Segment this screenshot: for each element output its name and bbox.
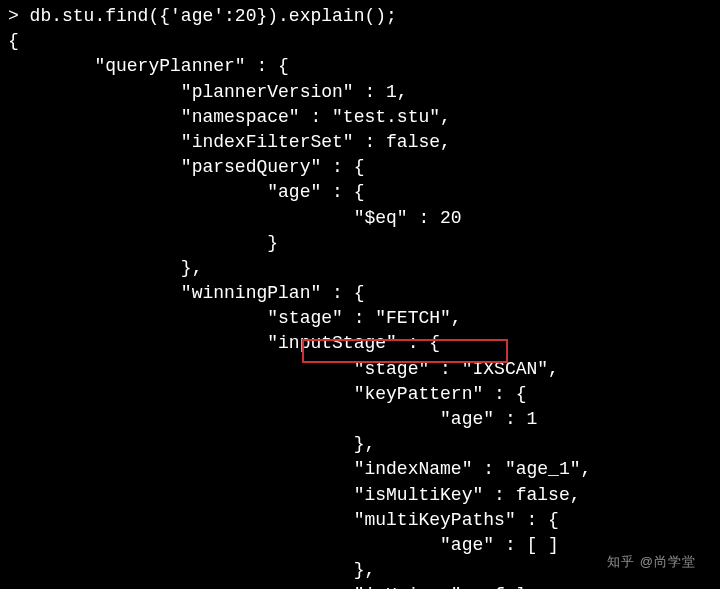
output-line: "$eq" : 20 [8,208,462,228]
output-line: }, [8,434,375,454]
output-line: }, [8,258,202,278]
terminal-output: > db.stu.find({'age':20}).explain(); { "… [8,4,712,589]
output-line: "age" : { [8,182,364,202]
output-line: "isMultiKey" : false, [8,485,581,505]
output-line: "age" : [ ] [8,535,559,555]
watermark: 知乎 @尚学堂 [607,553,696,571]
output-line: "plannerVersion" : 1, [8,82,408,102]
output-line: "namespace" : "test.stu", [8,107,451,127]
output-line: "parsedQuery" : { [8,157,364,177]
output-line: "isUnique" : false, [8,585,559,589]
output-line: "indexFilterSet" : false, [8,132,451,152]
output-line: "queryPlanner" : { [8,56,289,76]
output-line: } [8,233,278,253]
output-line: "age" : 1 [8,409,537,429]
output-line: "indexName" : "age_1", [8,459,591,479]
output-line: }, [8,560,375,580]
command-line: > db.stu.find({'age':20}).explain(); [8,6,397,26]
output-line: "multiKeyPaths" : { [8,510,559,530]
output-line: { [8,31,19,51]
output-line: "keyPattern" : { [8,384,526,404]
output-line: "stage" : "IXSCAN", [8,359,559,379]
output-line: "stage" : "FETCH", [8,308,462,328]
output-line: "inputStage" : { [8,333,440,353]
output-line: "winningPlan" : { [8,283,364,303]
